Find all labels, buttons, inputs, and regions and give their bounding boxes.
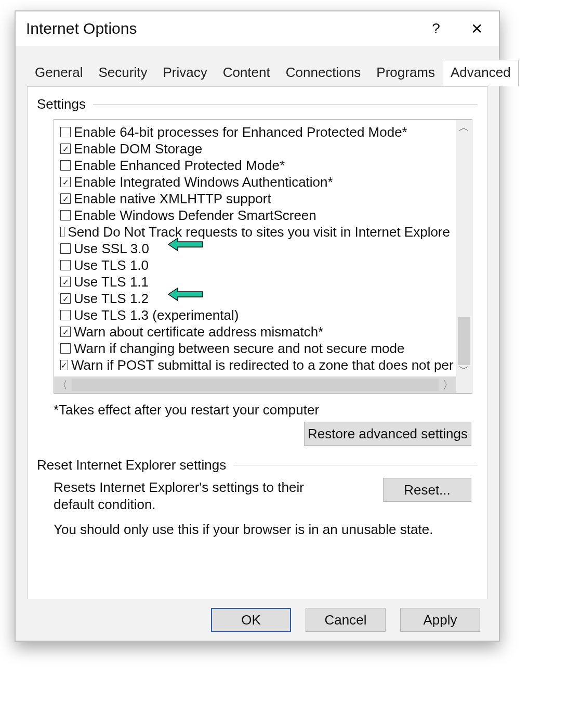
setting-row[interactable]: Use TLS 1.2 xyxy=(60,290,450,307)
setting-label: Warn if changing between secure and not … xyxy=(74,341,404,357)
restore-advanced-settings-button[interactable]: Restore advanced settings xyxy=(304,422,471,446)
setting-row[interactable]: Send Do Not Track requests to sites you … xyxy=(60,224,450,240)
reset-description: Resets Internet Explorer's settings to t… xyxy=(54,479,339,513)
dialog-footer: OK Cancel Apply xyxy=(16,599,499,641)
checkbox[interactable] xyxy=(60,343,71,354)
restart-note: *Takes effect after you restart your com… xyxy=(54,402,319,418)
checkbox[interactable] xyxy=(60,160,71,171)
setting-row[interactable]: Warn if changing between secure and not … xyxy=(60,340,450,357)
checkbox[interactable] xyxy=(60,327,71,337)
setting-row[interactable]: Use TLS 1.1 xyxy=(60,274,450,290)
group-separator xyxy=(93,104,478,105)
scroll-right-icon[interactable]: 〉 xyxy=(440,376,456,393)
checkbox[interactable] xyxy=(60,193,71,204)
setting-label: Enable native XMLHTTP support xyxy=(74,191,271,207)
setting-row[interactable]: Enable DOM Storage xyxy=(60,140,450,157)
reset-warning: You should only use this if your browser… xyxy=(54,522,433,538)
help-button[interactable]: ? xyxy=(416,11,456,46)
annotation-arrow-tls12 xyxy=(168,287,210,304)
setting-row[interactable]: Use SSL 3.0 xyxy=(60,240,450,257)
settings-group-title: Settings xyxy=(37,96,86,112)
tab-general[interactable]: General xyxy=(27,60,91,86)
setting-label: Use TLS 1.3 (experimental) xyxy=(74,307,239,323)
tab-security[interactable]: Security xyxy=(91,60,155,86)
checkbox[interactable] xyxy=(60,177,71,187)
scrollbar-corner xyxy=(456,376,472,393)
tab-bar: General Security Privacy Content Connect… xyxy=(27,61,499,86)
checkbox[interactable] xyxy=(60,310,71,320)
setting-label: Warn if POST submittal is redirected to … xyxy=(71,357,454,373)
dialog-title: Internet Options xyxy=(26,20,137,37)
setting-label: Send Do Not Track requests to sites you … xyxy=(68,224,450,240)
setting-row[interactable]: Use TLS 1.0 xyxy=(60,257,450,274)
hscroll-thumb[interactable] xyxy=(72,379,439,391)
setting-row[interactable]: Warn about certificate address mismatch* xyxy=(60,323,450,340)
checkbox[interactable] xyxy=(60,243,71,254)
svg-marker-1 xyxy=(168,288,203,301)
apply-button[interactable]: Apply xyxy=(400,608,480,632)
setting-label: Warn about certificate address mismatch* xyxy=(74,324,323,340)
checkbox[interactable] xyxy=(60,127,71,137)
setting-row[interactable]: Enable Integrated Windows Authentication… xyxy=(60,174,450,190)
checkbox[interactable] xyxy=(60,277,71,287)
checkbox[interactable] xyxy=(60,227,64,237)
tab-advanced[interactable]: Advanced xyxy=(443,60,519,86)
setting-label: Use TLS 1.1 xyxy=(74,274,149,290)
setting-row[interactable]: Enable native XMLHTTP support xyxy=(60,190,450,207)
tab-programs[interactable]: Programs xyxy=(368,60,443,86)
setting-label: Use TLS 1.0 xyxy=(74,257,149,274)
cancel-button[interactable]: Cancel xyxy=(306,608,386,632)
scroll-thumb[interactable] xyxy=(458,317,470,365)
setting-label: Enable Windows Defender SmartScreen xyxy=(74,207,316,224)
tab-connections[interactable]: Connections xyxy=(278,60,369,86)
checkbox[interactable] xyxy=(60,293,71,304)
setting-row[interactable]: Enable Enhanced Protected Mode* xyxy=(60,157,450,174)
tab-privacy[interactable]: Privacy xyxy=(155,60,215,86)
checkbox[interactable] xyxy=(60,144,71,154)
tab-content[interactable]: Content xyxy=(215,60,278,86)
setting-row[interactable]: Enable 64-bit processes for Enhanced Pro… xyxy=(60,124,450,140)
close-button[interactable]: ✕ xyxy=(456,11,497,46)
ok-button[interactable]: OK xyxy=(211,608,291,632)
settings-listbox[interactable]: Enable 64-bit processes for Enhanced Pro… xyxy=(54,119,472,394)
setting-label: Enable DOM Storage xyxy=(74,141,202,157)
setting-row[interactable]: Use TLS 1.3 (experimental) xyxy=(60,307,450,323)
setting-label: Enable Integrated Windows Authentication… xyxy=(74,174,333,190)
setting-label: Enable Enhanced Protected Mode* xyxy=(74,158,285,174)
advanced-panel: Settings Enable 64-bit processes for Enh… xyxy=(27,86,487,631)
horizontal-scrollbar[interactable]: 〈 〉 xyxy=(54,376,456,393)
scroll-up-icon[interactable]: ︿ xyxy=(456,120,472,135)
setting-row[interactable]: Warn if POST submittal is redirected to … xyxy=(60,357,450,373)
checkbox[interactable] xyxy=(60,260,71,270)
setting-label: Enable 64-bit processes for Enhanced Pro… xyxy=(74,124,407,140)
svg-marker-0 xyxy=(168,238,203,251)
reset-button[interactable]: Reset... xyxy=(383,478,471,502)
checkbox[interactable] xyxy=(60,360,68,370)
reset-group-title: Reset Internet Explorer settings xyxy=(37,457,226,473)
scroll-left-icon[interactable]: 〈 xyxy=(54,376,71,393)
group-separator xyxy=(233,465,478,465)
checkbox[interactable] xyxy=(60,210,71,220)
annotation-arrow-ssl3 xyxy=(168,237,210,254)
vertical-scrollbar[interactable]: ︿ ﹀ xyxy=(456,120,472,376)
setting-label: Use TLS 1.2 xyxy=(74,291,149,307)
setting-label: Use SSL 3.0 xyxy=(74,241,149,257)
setting-row[interactable]: Enable Windows Defender SmartScreen xyxy=(60,207,450,224)
